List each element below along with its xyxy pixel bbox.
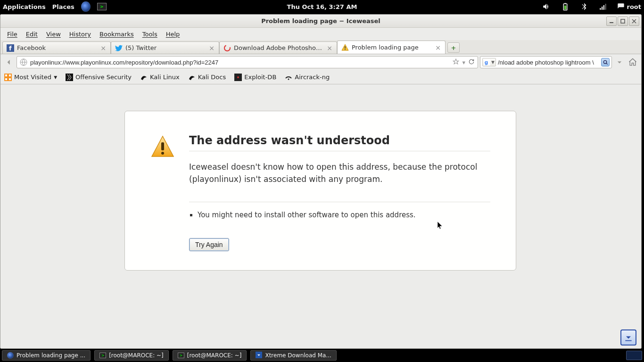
svg-point-26 [288,78,289,80]
battery-icon[interactable] [561,2,570,11]
title-bar[interactable]: Problem loading page − Iceweasel [0,15,641,28]
kali-icon [188,74,196,81]
iceweasel-launcher-icon[interactable] [81,2,91,11]
bookmark-exploit-db[interactable]: Exploit-DB [234,74,276,81]
task-label: Problem loading page ... [17,352,85,359]
url-bar[interactable]: ▾ [17,56,478,68]
try-again-button[interactable]: Try Again [189,238,229,251]
menu-file[interactable]: File [3,29,21,39]
minimize-button[interactable] [606,16,617,26]
task-terminal-1[interactable]: > [root@MAROCE: ~] [94,350,169,361]
svg-rect-29 [625,340,631,341]
error-title: The address wasn't understood [189,134,490,147]
task-label: Xtreme Download Ma... [265,352,331,359]
search-input[interactable] [498,59,599,66]
maximize-button[interactable] [618,16,628,26]
error-suggestion-list: You might need to install other software… [189,202,490,219]
task-xdm[interactable]: Xtreme Download Ma... [250,350,336,361]
menu-history[interactable]: History [66,29,95,39]
svg-rect-19 [5,74,7,76]
svg-point-17 [603,60,606,63]
aircrack-icon [285,74,292,81]
svg-point-28 [161,152,164,155]
warning-icon [341,44,349,51]
tab-label: (5) Twitter [125,44,206,51]
menu-tools[interactable]: Tools [139,29,161,39]
terminal-launcher-icon[interactable]: > [97,2,107,11]
network-icon[interactable] [598,2,608,11]
bookmark-offensive-security[interactable]: Offensive Security [66,74,132,81]
browser-window: Problem loading page − Iceweasel File Ed… [0,14,642,349]
svg-rect-3 [600,8,601,10]
volume-icon[interactable] [542,2,551,11]
bookmarks-toolbar: Most Visited ▼ Offensive Security Kali L… [0,70,641,84]
reload-icon[interactable] [468,58,475,66]
search-go-button[interactable] [601,58,610,66]
svg-rect-2 [564,6,566,9]
search-engine-selector[interactable]: g ▼ [482,58,496,66]
tab-facebook[interactable]: f Facebook × [2,41,111,54]
download-indicator[interactable] [620,329,636,346]
bookmark-aircrack[interactable]: Aircrack-ng [285,74,330,81]
bookmark-most-visited[interactable]: Most Visited ▼ [4,74,57,81]
loading-icon [223,44,231,52]
home-button[interactable] [627,57,638,68]
applications-menu[interactable]: Applications [3,3,46,10]
svg-rect-7 [610,22,613,23]
twitter-icon [115,44,123,52]
user-menu[interactable]: root [617,3,642,10]
svg-rect-1 [564,3,566,4]
task-terminal-2[interactable]: > [root@MAROCE: ~] [173,350,247,361]
svg-rect-4 [602,7,603,10]
task-iceweasel[interactable]: Problem loading page ... [2,350,91,361]
menu-view[interactable]: View [42,29,65,39]
places-menu[interactable]: Places [52,3,74,10]
terminal-icon: > [99,353,106,358]
search-box[interactable]: g ▼ [480,56,612,68]
back-button[interactable] [3,57,15,68]
menu-edit[interactable]: Edit [22,29,41,39]
close-icon[interactable]: × [100,45,107,51]
error-description: Iceweasel doesn't know how to open this … [189,161,490,186]
clock[interactable]: Thu Oct 16, 3:27 AM [287,3,357,10]
window-title: Problem loading page − Iceweasel [261,17,380,25]
most-visited-icon [4,74,12,81]
bookmark-label: Offensive Security [75,74,132,81]
bookmark-label: Kali Docs [198,74,226,81]
menu-bar: File Edit View History Bookmarks Tools H… [0,28,641,40]
menu-help[interactable]: Help [162,29,184,39]
close-icon[interactable]: × [208,45,215,51]
bluetooth-icon[interactable] [579,2,589,11]
chevron-down-icon: ▼ [491,60,495,65]
nav-bar: ▾ g ▼ [0,54,641,70]
task-label: [root@MAROCE: ~] [109,352,164,359]
svg-rect-20 [9,74,11,76]
tab-adobe[interactable]: Download Adobe Photoshop... × [219,41,337,54]
close-button[interactable] [629,16,639,26]
close-icon[interactable]: × [435,44,441,51]
bookmark-kali-docs[interactable]: Kali Docs [188,74,226,81]
dropdown-icon[interactable]: ▾ [462,59,465,66]
bookmark-label: Aircrack-ng [295,74,330,81]
offsec-icon [66,74,73,81]
tab-bar: f Facebook × (5) Twitter × Download Adob… [0,40,641,54]
bookmark-label: Kali Linux [150,74,180,81]
menu-bookmarks[interactable]: Bookmarks [96,29,138,39]
tab-twitter[interactable]: (5) Twitter × [111,41,219,54]
svg-rect-21 [5,78,7,80]
facebook-icon: f [7,44,14,52]
downloads-button[interactable] [614,57,625,68]
url-input[interactable] [30,59,450,66]
bookmark-kali-linux[interactable]: Kali Linux [140,74,180,81]
workspace-switcher[interactable] [626,351,642,360]
bookmark-star-icon[interactable] [453,58,459,66]
svg-rect-8 [621,19,625,23]
terminal-icon: > [178,353,184,358]
site-identity-icon[interactable] [20,58,27,66]
task-label: [root@MAROCE: ~] [187,352,242,359]
close-icon[interactable]: × [326,45,333,51]
chevron-down-icon: ▼ [54,75,57,80]
new-tab-button[interactable]: + [447,42,460,53]
tab-error-active[interactable]: Problem loading page × [337,41,446,54]
tab-label: Facebook [17,44,97,51]
